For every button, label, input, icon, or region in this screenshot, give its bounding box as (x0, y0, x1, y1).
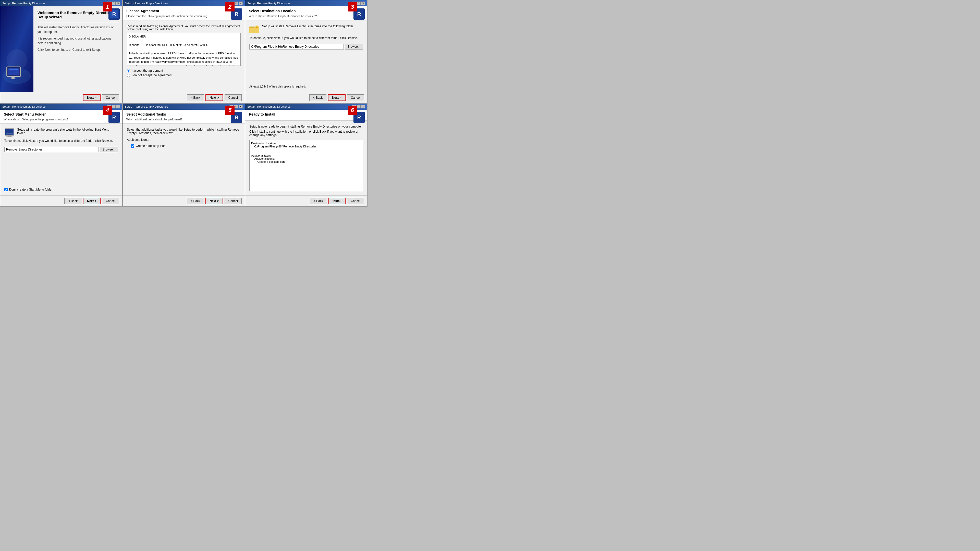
ready-summary-box: Destination location: C:\Program Files (… (249, 140, 363, 191)
svg-text:R: R (112, 114, 116, 120)
svg-rect-13 (9, 71, 16, 71)
dest-title: Select Destination Location (249, 9, 349, 13)
maximize-btn-6[interactable]: □ (356, 105, 361, 108)
maximize-btn-3[interactable]: □ (356, 2, 361, 5)
dest-browse-btn[interactable]: Browse... (345, 44, 363, 49)
svg-text:R: R (235, 114, 239, 120)
radio-decline[interactable]: I do not accept the agreement (127, 73, 241, 77)
svg-rect-30 (8, 135, 11, 137)
welcome-body: This will install Remove Empty Directori… (38, 25, 118, 54)
radio-decline-label: I do not accept the agreement (132, 73, 172, 77)
svg-point-23 (256, 25, 259, 29)
startmenu-path-input[interactable] (4, 147, 99, 152)
startmenu-title: Select Start Menu Folder (4, 112, 104, 116)
button-bar-3: < Back Next > Cancel (245, 92, 367, 103)
svg-text:!: ! (256, 26, 257, 29)
dest-body-text: Setup will install Remove Empty Director… (262, 24, 354, 30)
folder-icon: ! (249, 24, 259, 34)
cancel-button-2[interactable]: Cancel (224, 94, 242, 101)
close-btn-5[interactable]: ✕ (239, 105, 243, 108)
startmenu-subtitle: Where should Setup place the program's s… (4, 118, 104, 121)
addtasks-subtitle: Which additional tasks should be perform… (126, 118, 227, 121)
svg-text:R: R (235, 11, 239, 17)
next-button-4[interactable]: Next > (83, 198, 100, 204)
dest-spacer (249, 52, 363, 83)
ready-body: Setup is now ready to begin installing R… (249, 125, 363, 128)
main-content-4: Setup will create the program's shortcut… (0, 124, 122, 195)
back-button-6[interactable]: < Back (310, 198, 327, 204)
ready-body2: Click Install to continue with the insta… (249, 130, 363, 137)
button-bar-2: < Back Next > Cancel (123, 92, 245, 103)
banner-computer-icon-1 (5, 64, 26, 84)
maximize-btn-5[interactable]: □ (234, 105, 238, 108)
license-text: DISCLAIMER In short: RED is a tool that … (129, 35, 239, 66)
startmenu-icon-row: Setup will create the program's shortcut… (4, 128, 118, 137)
svg-rect-15 (9, 73, 14, 73)
desktop-icon-label[interactable]: Create a desktop icon (131, 144, 241, 148)
close-btn-2[interactable]: ✕ (239, 2, 243, 5)
button-bar-1: Next > Cancel (0, 92, 122, 103)
svg-rect-31 (6, 137, 13, 137)
folder-icon-row: ! Setup will install Remove Empty Direct… (249, 24, 363, 34)
back-button-2[interactable]: < Back (187, 94, 204, 101)
next-button-5[interactable]: Next > (205, 198, 223, 204)
step-badge-1: 1 (103, 2, 112, 11)
title-bar-label-4: Setup - Remove Empty Directories (2, 105, 45, 108)
dest-path-input[interactable] (249, 44, 344, 49)
welcome-line1: This will install Remove Empty Directori… (38, 25, 118, 34)
startmenu-body: Setup will create the program's shortcut… (17, 128, 118, 135)
close-btn-1[interactable]: ✕ (116, 2, 120, 5)
wizard-step6: Setup - Remove Empty Directories — □ ✕ 6… (245, 103, 368, 206)
startmenu-icon (4, 128, 14, 137)
maximize-btn-2[interactable]: □ (234, 2, 238, 5)
install-button-6[interactable]: Install (328, 198, 345, 204)
svg-rect-14 (9, 72, 17, 72)
svg-rect-12 (9, 69, 18, 70)
cancel-button-5[interactable]: Cancel (224, 198, 242, 204)
cancel-button-3[interactable]: Cancel (347, 94, 364, 101)
ready-title: Ready to Install (249, 112, 349, 116)
dest-subtitle: Where should Remove Empty Directories be… (249, 14, 349, 17)
close-btn-6[interactable]: ✕ (361, 105, 365, 108)
next-button-3[interactable]: Next > (328, 94, 345, 101)
cancel-button-4[interactable]: Cancel (102, 198, 119, 204)
svg-text:R: R (357, 114, 361, 120)
desktop-icon-checkbox[interactable] (131, 144, 134, 148)
wizard-step4: Setup - Remove Empty Directories — □ ✕ 4… (0, 103, 123, 206)
svg-rect-10 (10, 79, 16, 79)
license-subtitle: Please read the following important info… (126, 14, 227, 17)
back-button-3[interactable]: < Back (309, 94, 326, 101)
dest-body-text2: To continue, click Next. If you would li… (249, 36, 363, 40)
blue-banner-1 (0, 6, 33, 92)
close-btn-3[interactable]: ✕ (361, 2, 365, 5)
ready-summary-text: Destination location: C:\Program Files (… (251, 142, 361, 163)
title-bar-label-2: Setup - Remove Empty Directories (125, 2, 168, 5)
dont-create-startmenu-label[interactable]: Don't create a Start Menu folder (4, 188, 118, 191)
button-bar-5: < Back Next > Cancel (123, 195, 245, 206)
startmenu-path-row: Browse... (4, 147, 118, 152)
button-bar-6: < Back Install Cancel (245, 195, 367, 206)
back-button-4[interactable]: < Back (64, 198, 81, 204)
dont-create-startmenu-checkbox[interactable] (4, 188, 8, 191)
next-button-2[interactable]: Next > (205, 94, 223, 101)
radio-accept-label: I accept the agreement (132, 69, 163, 73)
svg-rect-8 (6, 67, 7, 76)
cancel-button-6[interactable]: Cancel (347, 198, 364, 204)
startmenu-browse-btn[interactable]: Browse... (100, 147, 118, 152)
cancel-button-1[interactable]: Cancel (102, 94, 119, 101)
wizard-step2: Setup - Remove Empty Directories — □ ✕ 2… (123, 0, 245, 103)
maximize-btn-4[interactable]: □ (111, 105, 116, 108)
step-badge-5: 5 (225, 106, 234, 115)
back-button-5[interactable]: < Back (187, 198, 204, 204)
license-textbox[interactable]: DISCLAIMER In short: RED is a tool that … (127, 33, 241, 66)
license-title: License Agreement (126, 9, 227, 13)
maximize-btn-1[interactable]: □ (111, 2, 116, 5)
svg-text:R: R (357, 11, 361, 17)
close-btn-4[interactable]: ✕ (116, 105, 120, 108)
svg-rect-9 (11, 77, 14, 79)
welcome-line3: Click Next to continue, or Cancel to exi… (38, 48, 118, 52)
addtasks-body: Select the additional tasks you would li… (127, 128, 241, 135)
next-button-1[interactable]: Next > (83, 94, 100, 101)
radio-accept[interactable]: I accept the agreement (127, 69, 241, 73)
step-badge-6: 6 (348, 106, 357, 115)
